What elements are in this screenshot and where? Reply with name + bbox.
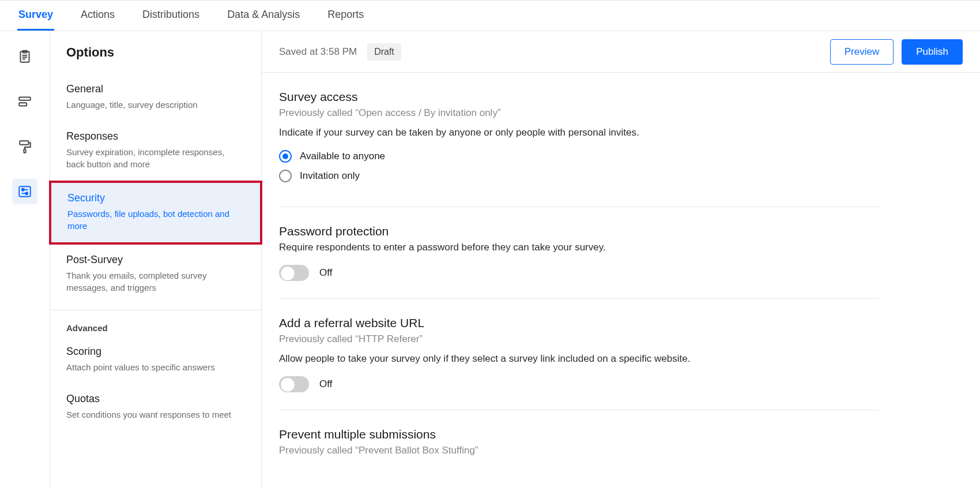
- section-previous-name: Previously called “HTTP Referer”: [279, 333, 879, 345]
- svg-point-13: [25, 192, 28, 194]
- sidebar-item-title: Security: [67, 192, 244, 204]
- icon-rail: [0, 31, 50, 487]
- clipboard-icon[interactable]: [12, 44, 37, 69]
- sidebar-item-title: Responses: [66, 130, 245, 142]
- advanced-header: Advanced: [50, 310, 261, 336]
- security-highlight-box: Security Passwords, file uploads, bot de…: [49, 181, 262, 245]
- section-prevent-multiple-submissions: Prevent multiple submissions Previously …: [279, 427, 879, 456]
- section-previous-name: Previously called “Prevent Ballot Box St…: [279, 445, 879, 456]
- sidebar-item-title: Quotas: [66, 393, 245, 405]
- section-description: Indicate if your survey can be taken by …: [279, 127, 879, 138]
- options-title: Options: [50, 45, 261, 74]
- sidebar-item-quotas[interactable]: Quotas Set conditions you want responses…: [50, 384, 261, 431]
- toggle-state-label: Off: [319, 378, 332, 390]
- svg-rect-9: [19, 186, 31, 196]
- toggle-switch-icon: [279, 376, 309, 392]
- sidebar-item-title: General: [66, 83, 245, 95]
- tab-actions[interactable]: Actions: [80, 1, 116, 31]
- settings-sliders-icon[interactable]: [12, 179, 37, 204]
- svg-rect-5: [19, 97, 31, 100]
- saved-timestamp: Saved at 3:58 PM: [279, 46, 357, 58]
- toggle-switch-icon: [279, 265, 309, 281]
- sidebar-item-post-survey[interactable]: Post-Survey Thank you emails, completed …: [50, 245, 261, 304]
- tab-survey[interactable]: Survey: [17, 1, 54, 31]
- main-content: Saved at 3:58 PM Draft Preview Publish S…: [262, 31, 980, 487]
- radio-icon: [279, 150, 292, 163]
- options-side-panel: Options General Language, title, survey …: [50, 31, 262, 487]
- sidebar-item-sub: Survey expiration, incomplete responses,…: [66, 146, 245, 170]
- radio-invitation-only[interactable]: Invitation only: [279, 170, 879, 182]
- section-title: Password protection: [279, 224, 879, 238]
- tab-reports[interactable]: Reports: [326, 1, 365, 31]
- sidebar-item-responses[interactable]: Responses Survey expiration, incomplete …: [50, 121, 261, 181]
- main-header: Saved at 3:58 PM Draft Preview Publish: [262, 31, 980, 73]
- svg-point-11: [22, 189, 24, 191]
- sidebar-item-sub: Language, title, survey description: [66, 99, 245, 111]
- sidebar-item-sub: Attach point values to specific answers: [66, 361, 245, 373]
- section-title: Add a referral website URL: [279, 316, 879, 330]
- radio-label: Invitation only: [300, 170, 360, 182]
- preview-button[interactable]: Preview: [830, 39, 894, 65]
- sidebar-item-title: Scoring: [66, 346, 245, 358]
- section-password-protection: Password protection Require respondents …: [279, 224, 879, 299]
- sidebar-item-sub: Set conditions you want responses to mee…: [66, 408, 245, 421]
- publish-button[interactable]: Publish: [902, 39, 963, 65]
- paint-roller-icon[interactable]: [12, 134, 37, 159]
- sidebar-item-sub: Thank you emails, completed survey messa…: [66, 269, 245, 294]
- sidebar-item-title: Post-Survey: [66, 254, 245, 266]
- section-previous-name: Previously called “Open access / By invi…: [279, 107, 879, 119]
- sidebar-item-security[interactable]: Security Passwords, file uploads, bot de…: [51, 183, 260, 242]
- svg-rect-8: [24, 149, 25, 153]
- draft-status-chip: Draft: [367, 43, 401, 61]
- section-title: Survey access: [279, 90, 879, 104]
- section-title: Prevent multiple submissions: [279, 427, 879, 441]
- section-survey-access: Survey access Previously called “Open ac…: [279, 90, 879, 207]
- tab-data-analysis[interactable]: Data & Analysis: [226, 1, 301, 31]
- svg-rect-7: [20, 141, 28, 145]
- referral-toggle[interactable]: Off: [279, 376, 879, 392]
- toggle-state-label: Off: [319, 267, 332, 279]
- section-description: Require respondents to enter a password …: [279, 242, 879, 253]
- password-toggle[interactable]: Off: [279, 265, 879, 281]
- radio-available-to-anyone[interactable]: Available to anyone: [279, 150, 879, 163]
- top-tabs: Survey Actions Distributions Data & Anal…: [0, 0, 980, 31]
- section-description: Allow people to take your survey only if…: [279, 353, 879, 365]
- sidebar-item-scoring[interactable]: Scoring Attach point values to specific …: [50, 336, 261, 384]
- svg-rect-6: [19, 103, 27, 106]
- section-referral-url: Add a referral website URL Previously ca…: [279, 316, 879, 410]
- layout-icon[interactable]: [12, 89, 37, 114]
- sidebar-item-sub: Passwords, file uploads, bot detection a…: [67, 208, 244, 232]
- radio-icon: [279, 170, 292, 182]
- sidebar-item-general[interactable]: General Language, title, survey descript…: [50, 74, 261, 121]
- radio-label: Available to anyone: [300, 151, 385, 162]
- tab-distributions[interactable]: Distributions: [141, 1, 201, 31]
